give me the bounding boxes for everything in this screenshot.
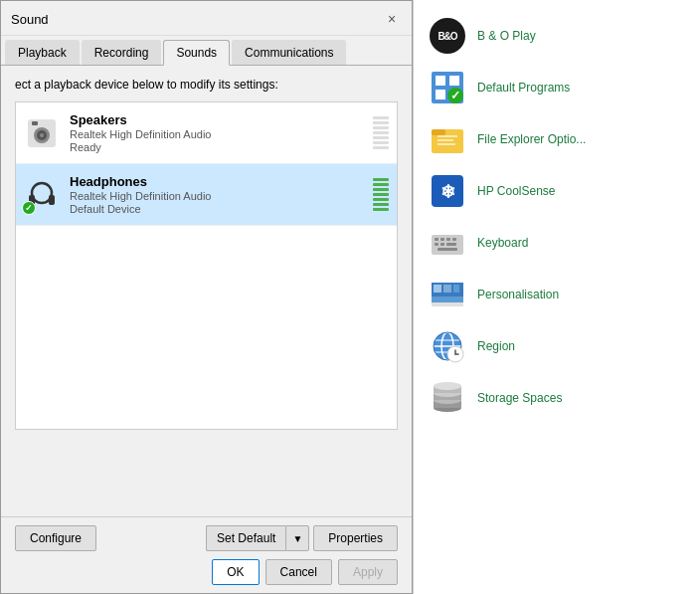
svg-rect-35 xyxy=(434,285,441,293)
headphones-name: Headphones xyxy=(70,174,365,189)
setdefault-group: Set Default ▼ xyxy=(206,525,309,551)
svg-rect-17 xyxy=(438,135,457,137)
svg-point-54 xyxy=(434,382,461,390)
cp-label-bno: B & O Play xyxy=(477,29,536,43)
configure-button[interactable]: Configure xyxy=(15,525,96,551)
svg-rect-32 xyxy=(438,248,457,251)
cp-item-bno[interactable]: B&O B & O Play xyxy=(414,10,700,62)
svg-rect-36 xyxy=(443,285,451,293)
cp-item-region[interactable]: Region xyxy=(414,320,700,372)
cp-label-default-programs: Default Programs xyxy=(477,81,570,95)
dialog-titlebar: Sound × xyxy=(1,1,412,36)
svg-rect-25 xyxy=(446,238,450,241)
svg-point-3 xyxy=(40,133,44,137)
svg-rect-29 xyxy=(440,243,444,246)
svg-text:✓: ✓ xyxy=(450,89,460,102)
cp-label-hp-coolsense: HP CoolSense xyxy=(477,184,556,198)
storage-spaces-icon xyxy=(430,380,465,416)
headphones-status: Default Device xyxy=(70,203,365,215)
cp-item-storage-spaces[interactable]: Storage Spaces xyxy=(414,372,700,424)
bno-icon: B&O xyxy=(430,18,465,54)
close-button[interactable]: × xyxy=(382,9,402,29)
cp-item-hp-coolsense[interactable]: ❄ HP CoolSense xyxy=(414,165,700,217)
cp-label-keyboard: Keyboard xyxy=(477,236,528,250)
buttons-row2: OK Cancel Apply xyxy=(15,559,398,585)
headphones-info: Headphones Realtek High Definition Audio… xyxy=(70,174,365,215)
svg-rect-37 xyxy=(453,285,459,293)
dialog-content: ect a playback device below to modify it… xyxy=(1,66,412,516)
tab-sounds[interactable]: Sounds xyxy=(163,40,230,66)
speakers-name: Speakers xyxy=(70,112,365,127)
svg-rect-9 xyxy=(436,76,445,86)
buttons-row1: Configure Set Default ▼ Properties xyxy=(15,525,398,551)
svg-rect-19 xyxy=(438,143,455,145)
personalisation-icon xyxy=(430,277,465,312)
device-item-headphones[interactable]: ✓ Headphones Realtek High Definition Aud… xyxy=(16,164,397,226)
apply-button[interactable]: Apply xyxy=(338,559,398,585)
svg-text:❄: ❄ xyxy=(440,182,455,202)
tab-recording[interactable]: Recording xyxy=(82,40,162,65)
control-panel: B&O B & O Play ✓ Default Programs xyxy=(413,0,700,594)
default-badge: ✓ xyxy=(22,201,36,215)
devices-list: Speakers Realtek High Definition Audio R… xyxy=(15,101,398,430)
hp-coolsense-icon: ❄ xyxy=(430,173,465,209)
speakers-info: Speakers Realtek High Definition Audio R… xyxy=(70,112,365,153)
svg-rect-24 xyxy=(440,238,444,241)
region-icon xyxy=(430,328,465,364)
cp-label-file-explorer: File Explorer Optio... xyxy=(477,132,586,146)
speakers-icon xyxy=(24,115,60,151)
headphones-icon: ✓ xyxy=(24,177,60,213)
sound-dialog: Sound × Playback Recording Sounds Commun… xyxy=(0,0,413,594)
set-default-arrow[interactable]: ▼ xyxy=(285,525,309,551)
svg-rect-30 xyxy=(446,243,456,246)
svg-rect-4 xyxy=(32,121,38,125)
tab-playback[interactable]: Playback xyxy=(5,40,80,65)
file-explorer-icon xyxy=(430,121,465,157)
cp-item-keyboard[interactable]: Keyboard xyxy=(414,217,700,269)
speakers-volume xyxy=(373,115,389,151)
svg-rect-18 xyxy=(438,139,453,141)
speakers-driver: Realtek High Definition Audio xyxy=(70,128,365,140)
headphones-volume xyxy=(373,177,389,213)
device-item-speakers[interactable]: Speakers Realtek High Definition Audio R… xyxy=(16,102,397,164)
dialog-title: Sound xyxy=(11,12,49,27)
svg-rect-11 xyxy=(436,90,445,99)
cp-label-region: Region xyxy=(477,339,515,353)
svg-rect-16 xyxy=(432,129,445,135)
ok-button[interactable]: OK xyxy=(212,559,259,585)
instruction-text: ect a playback device below to modify it… xyxy=(15,78,398,92)
cp-item-personalisation[interactable]: Personalisation xyxy=(414,269,700,320)
cp-label-storage-spaces: Storage Spaces xyxy=(477,391,562,405)
cp-label-personalisation: Personalisation xyxy=(477,288,559,301)
tabs-bar: Playback Recording Sounds Communications xyxy=(1,36,412,66)
dialog-buttons: Configure Set Default ▼ Properties OK Ca… xyxy=(1,516,412,593)
headphones-driver: Realtek High Definition Audio xyxy=(70,190,365,202)
svg-rect-23 xyxy=(435,238,438,241)
properties-button[interactable]: Properties xyxy=(313,525,398,551)
cancel-button[interactable]: Cancel xyxy=(265,559,332,585)
speakers-status: Ready xyxy=(70,141,365,153)
set-default-button[interactable]: Set Default xyxy=(206,525,285,551)
svg-rect-26 xyxy=(452,238,456,241)
spacer xyxy=(100,525,202,551)
speaker-svg xyxy=(24,115,60,151)
svg-rect-38 xyxy=(432,302,463,306)
svg-rect-28 xyxy=(435,243,438,246)
keyboard-icon xyxy=(430,225,465,261)
cp-item-default-programs[interactable]: ✓ Default Programs xyxy=(414,62,700,113)
tab-communications[interactable]: Communications xyxy=(232,40,346,65)
svg-rect-10 xyxy=(449,76,459,86)
svg-rect-7 xyxy=(49,195,55,205)
default-programs-icon: ✓ xyxy=(430,70,465,105)
cp-item-file-explorer[interactable]: File Explorer Optio... xyxy=(414,113,700,165)
